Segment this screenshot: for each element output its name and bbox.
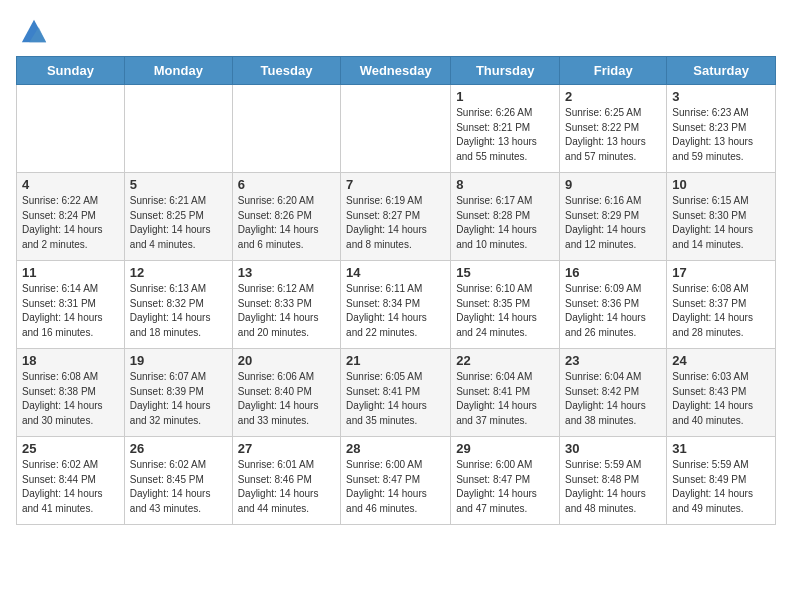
day-number: 28 [346,441,445,456]
day-of-week-header: Saturday [667,57,776,85]
page-header [16,16,776,44]
day-number: 9 [565,177,661,192]
day-info: Sunrise: 6:26 AM Sunset: 8:21 PM Dayligh… [456,106,554,164]
calendar-cell: 8Sunrise: 6:17 AM Sunset: 8:28 PM Daylig… [451,173,560,261]
day-info: Sunrise: 6:13 AM Sunset: 8:32 PM Dayligh… [130,282,227,340]
calendar-cell: 13Sunrise: 6:12 AM Sunset: 8:33 PM Dayli… [232,261,340,349]
day-number: 15 [456,265,554,280]
day-info: Sunrise: 6:22 AM Sunset: 8:24 PM Dayligh… [22,194,119,252]
day-of-week-header: Sunday [17,57,125,85]
day-number: 1 [456,89,554,104]
calendar-table: SundayMondayTuesdayWednesdayThursdayFrid… [16,56,776,525]
day-info: Sunrise: 6:02 AM Sunset: 8:45 PM Dayligh… [130,458,227,516]
day-number: 19 [130,353,227,368]
day-number: 8 [456,177,554,192]
day-info: Sunrise: 6:21 AM Sunset: 8:25 PM Dayligh… [130,194,227,252]
calendar-cell: 11Sunrise: 6:14 AM Sunset: 8:31 PM Dayli… [17,261,125,349]
calendar-cell: 18Sunrise: 6:08 AM Sunset: 8:38 PM Dayli… [17,349,125,437]
day-info: Sunrise: 6:02 AM Sunset: 8:44 PM Dayligh… [22,458,119,516]
calendar-week-row: 1Sunrise: 6:26 AM Sunset: 8:21 PM Daylig… [17,85,776,173]
day-number: 6 [238,177,335,192]
day-number: 22 [456,353,554,368]
day-number: 20 [238,353,335,368]
calendar-cell: 26Sunrise: 6:02 AM Sunset: 8:45 PM Dayli… [124,437,232,525]
day-info: Sunrise: 6:09 AM Sunset: 8:36 PM Dayligh… [565,282,661,340]
calendar-header-row: SundayMondayTuesdayWednesdayThursdayFrid… [17,57,776,85]
day-number: 25 [22,441,119,456]
day-info: Sunrise: 6:08 AM Sunset: 8:37 PM Dayligh… [672,282,770,340]
day-info: Sunrise: 6:00 AM Sunset: 8:47 PM Dayligh… [456,458,554,516]
day-info: Sunrise: 6:15 AM Sunset: 8:30 PM Dayligh… [672,194,770,252]
day-number: 23 [565,353,661,368]
day-info: Sunrise: 6:20 AM Sunset: 8:26 PM Dayligh… [238,194,335,252]
calendar-cell: 27Sunrise: 6:01 AM Sunset: 8:46 PM Dayli… [232,437,340,525]
calendar-cell: 25Sunrise: 6:02 AM Sunset: 8:44 PM Dayli… [17,437,125,525]
calendar-week-row: 18Sunrise: 6:08 AM Sunset: 8:38 PM Dayli… [17,349,776,437]
calendar-cell [341,85,451,173]
day-number: 3 [672,89,770,104]
day-info: Sunrise: 6:17 AM Sunset: 8:28 PM Dayligh… [456,194,554,252]
calendar-cell: 12Sunrise: 6:13 AM Sunset: 8:32 PM Dayli… [124,261,232,349]
day-number: 11 [22,265,119,280]
calendar-cell: 19Sunrise: 6:07 AM Sunset: 8:39 PM Dayli… [124,349,232,437]
day-number: 31 [672,441,770,456]
day-info: Sunrise: 6:11 AM Sunset: 8:34 PM Dayligh… [346,282,445,340]
day-info: Sunrise: 6:07 AM Sunset: 8:39 PM Dayligh… [130,370,227,428]
day-number: 7 [346,177,445,192]
calendar-cell: 21Sunrise: 6:05 AM Sunset: 8:41 PM Dayli… [341,349,451,437]
calendar-cell: 1Sunrise: 6:26 AM Sunset: 8:21 PM Daylig… [451,85,560,173]
day-number: 10 [672,177,770,192]
day-number: 17 [672,265,770,280]
calendar-cell: 31Sunrise: 5:59 AM Sunset: 8:49 PM Dayli… [667,437,776,525]
day-number: 14 [346,265,445,280]
calendar-cell: 3Sunrise: 6:23 AM Sunset: 8:23 PM Daylig… [667,85,776,173]
calendar-cell: 6Sunrise: 6:20 AM Sunset: 8:26 PM Daylig… [232,173,340,261]
calendar-week-row: 25Sunrise: 6:02 AM Sunset: 8:44 PM Dayli… [17,437,776,525]
day-info: Sunrise: 5:59 AM Sunset: 8:48 PM Dayligh… [565,458,661,516]
day-info: Sunrise: 6:16 AM Sunset: 8:29 PM Dayligh… [565,194,661,252]
calendar-cell: 14Sunrise: 6:11 AM Sunset: 8:34 PM Dayli… [341,261,451,349]
day-number: 27 [238,441,335,456]
day-number: 29 [456,441,554,456]
calendar-cell: 29Sunrise: 6:00 AM Sunset: 8:47 PM Dayli… [451,437,560,525]
calendar-cell: 15Sunrise: 6:10 AM Sunset: 8:35 PM Dayli… [451,261,560,349]
day-number: 2 [565,89,661,104]
day-number: 13 [238,265,335,280]
day-info: Sunrise: 6:10 AM Sunset: 8:35 PM Dayligh… [456,282,554,340]
day-info: Sunrise: 6:04 AM Sunset: 8:41 PM Dayligh… [456,370,554,428]
calendar-cell: 10Sunrise: 6:15 AM Sunset: 8:30 PM Dayli… [667,173,776,261]
day-info: Sunrise: 6:19 AM Sunset: 8:27 PM Dayligh… [346,194,445,252]
day-number: 12 [130,265,227,280]
logo [16,16,48,44]
day-of-week-header: Thursday [451,57,560,85]
day-number: 30 [565,441,661,456]
day-number: 21 [346,353,445,368]
calendar-cell: 4Sunrise: 6:22 AM Sunset: 8:24 PM Daylig… [17,173,125,261]
day-of-week-header: Tuesday [232,57,340,85]
calendar-week-row: 4Sunrise: 6:22 AM Sunset: 8:24 PM Daylig… [17,173,776,261]
day-info: Sunrise: 6:04 AM Sunset: 8:42 PM Dayligh… [565,370,661,428]
day-info: Sunrise: 6:25 AM Sunset: 8:22 PM Dayligh… [565,106,661,164]
calendar-cell: 22Sunrise: 6:04 AM Sunset: 8:41 PM Dayli… [451,349,560,437]
calendar-cell: 16Sunrise: 6:09 AM Sunset: 8:36 PM Dayli… [560,261,667,349]
calendar-cell [124,85,232,173]
calendar-cell: 30Sunrise: 5:59 AM Sunset: 8:48 PM Dayli… [560,437,667,525]
calendar-cell: 5Sunrise: 6:21 AM Sunset: 8:25 PM Daylig… [124,173,232,261]
day-info: Sunrise: 6:08 AM Sunset: 8:38 PM Dayligh… [22,370,119,428]
day-number: 26 [130,441,227,456]
day-info: Sunrise: 5:59 AM Sunset: 8:49 PM Dayligh… [672,458,770,516]
calendar-cell: 2Sunrise: 6:25 AM Sunset: 8:22 PM Daylig… [560,85,667,173]
day-info: Sunrise: 6:23 AM Sunset: 8:23 PM Dayligh… [672,106,770,164]
day-info: Sunrise: 6:14 AM Sunset: 8:31 PM Dayligh… [22,282,119,340]
logo-icon [20,16,48,44]
day-info: Sunrise: 6:00 AM Sunset: 8:47 PM Dayligh… [346,458,445,516]
calendar-cell [232,85,340,173]
calendar-cell: 9Sunrise: 6:16 AM Sunset: 8:29 PM Daylig… [560,173,667,261]
calendar-cell: 20Sunrise: 6:06 AM Sunset: 8:40 PM Dayli… [232,349,340,437]
calendar-cell: 24Sunrise: 6:03 AM Sunset: 8:43 PM Dayli… [667,349,776,437]
calendar-cell: 7Sunrise: 6:19 AM Sunset: 8:27 PM Daylig… [341,173,451,261]
day-of-week-header: Wednesday [341,57,451,85]
calendar-cell: 28Sunrise: 6:00 AM Sunset: 8:47 PM Dayli… [341,437,451,525]
day-number: 16 [565,265,661,280]
day-of-week-header: Monday [124,57,232,85]
